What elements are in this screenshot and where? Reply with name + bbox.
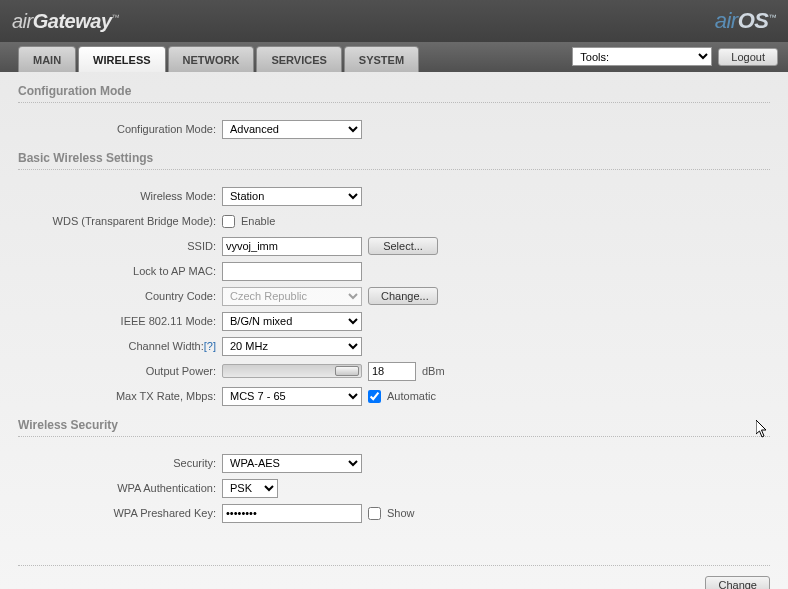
change-button[interactable]: Change bbox=[705, 576, 770, 589]
app-header: airGateway™ airOS™ bbox=[0, 0, 788, 42]
tab-system[interactable]: SYSTEM bbox=[344, 46, 419, 72]
ssid-input[interactable] bbox=[222, 237, 362, 256]
section-basic-wireless: Basic Wireless Settings bbox=[18, 151, 770, 170]
channel-width-help-link[interactable]: [?] bbox=[204, 340, 216, 352]
ieee-mode-select[interactable]: B/G/N mixed bbox=[222, 312, 362, 331]
tab-services[interactable]: SERVICES bbox=[256, 46, 341, 72]
label-channel-width: Channel Width:[?] bbox=[18, 340, 222, 352]
label-wds: WDS (Transparent Bridge Mode): bbox=[18, 215, 222, 227]
toolbar-right: Tools: Logout bbox=[572, 47, 778, 66]
max-tx-select[interactable]: MCS 7 - 65 bbox=[222, 387, 362, 406]
tm-mark2: ™ bbox=[769, 13, 777, 22]
footer: Change bbox=[18, 565, 770, 589]
label-ssid: SSID: bbox=[18, 240, 222, 252]
country-change-button[interactable]: Change... bbox=[368, 287, 438, 305]
logo-air: air bbox=[12, 10, 33, 32]
label-config-mode: Configuration Mode: bbox=[18, 123, 222, 135]
wds-enable-label: Enable bbox=[241, 215, 275, 227]
show-psk-checkbox[interactable] bbox=[368, 507, 381, 520]
output-power-unit: dBm bbox=[422, 365, 445, 377]
logo-gateway: Gateway bbox=[33, 10, 112, 32]
label-max-tx: Max TX Rate, Mbps: bbox=[18, 390, 222, 402]
logo-os: OS bbox=[738, 8, 769, 33]
tm-mark: ™ bbox=[112, 13, 120, 22]
tools-select[interactable]: Tools: bbox=[572, 47, 712, 66]
label-wireless-mode: Wireless Mode: bbox=[18, 190, 222, 202]
tab-bar: MAIN WIRELESS NETWORK SERVICES SYSTEM To… bbox=[0, 42, 788, 72]
logo-airos: airOS™ bbox=[715, 8, 776, 34]
label-wpa-auth: WPA Authentication: bbox=[18, 482, 222, 494]
lock-ap-mac-input[interactable] bbox=[222, 262, 362, 281]
automatic-checkbox[interactable] bbox=[368, 390, 381, 403]
logo-air2: air bbox=[715, 8, 738, 33]
slider-thumb-icon[interactable] bbox=[335, 366, 359, 376]
config-mode-select[interactable]: Advanced bbox=[222, 120, 362, 139]
section-wireless-security: Wireless Security bbox=[18, 418, 770, 437]
section-config-mode: Configuration Mode bbox=[18, 84, 770, 103]
label-output-power: Output Power: bbox=[18, 365, 222, 377]
label-wpa-psk: WPA Preshared Key: bbox=[18, 507, 222, 519]
logout-button[interactable]: Logout bbox=[718, 48, 778, 66]
tab-main[interactable]: MAIN bbox=[18, 46, 76, 72]
output-power-slider[interactable] bbox=[222, 364, 362, 378]
automatic-label: Automatic bbox=[387, 390, 436, 402]
wpa-auth-select[interactable]: PSK bbox=[222, 479, 278, 498]
logo-airgateway: airGateway™ bbox=[12, 10, 119, 33]
tab-wireless[interactable]: WIRELESS bbox=[78, 46, 165, 72]
security-select[interactable]: WPA-AES bbox=[222, 454, 362, 473]
country-select[interactable]: Czech Republic bbox=[222, 287, 362, 306]
content-area: Configuration Mode Configuration Mode: A… bbox=[0, 72, 788, 589]
show-psk-label: Show bbox=[387, 507, 415, 519]
tab-network[interactable]: NETWORK bbox=[168, 46, 255, 72]
output-power-input[interactable] bbox=[368, 362, 416, 381]
label-lock-ap-mac: Lock to AP MAC: bbox=[18, 265, 222, 277]
wireless-mode-select[interactable]: Station bbox=[222, 187, 362, 206]
channel-width-select[interactable]: 20 MHz bbox=[222, 337, 362, 356]
label-country: Country Code: bbox=[18, 290, 222, 302]
label-security: Security: bbox=[18, 457, 222, 469]
label-ieee-mode: IEEE 802.11 Mode: bbox=[18, 315, 222, 327]
ssid-select-button[interactable]: Select... bbox=[368, 237, 438, 255]
wpa-psk-input[interactable] bbox=[222, 504, 362, 523]
wds-checkbox[interactable] bbox=[222, 215, 235, 228]
